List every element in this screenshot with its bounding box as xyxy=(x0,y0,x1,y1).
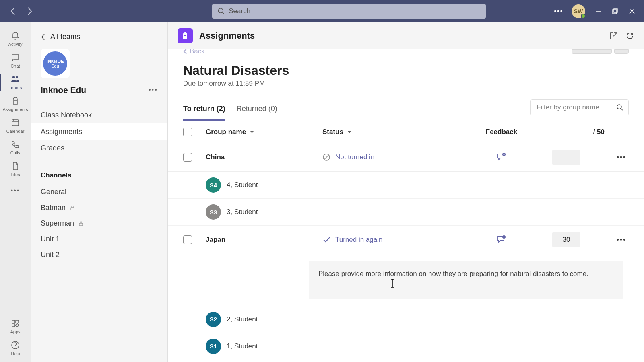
student-row[interactable]: S22, Student xyxy=(168,306,644,333)
row-checkbox[interactable] xyxy=(183,153,192,162)
feedback-button[interactable]: + xyxy=(463,235,540,244)
rail-calendar[interactable]: Calendar xyxy=(0,115,31,136)
minimize-button[interactable] xyxy=(594,7,602,15)
chat-icon xyxy=(10,52,21,63)
rail-apps[interactable]: Apps xyxy=(0,315,31,337)
all-teams-label: All teams xyxy=(50,33,80,41)
content-header: Assignments xyxy=(168,22,644,49)
content-area: Assignments Back Na xyxy=(168,22,644,362)
rail-activity[interactable]: Activity xyxy=(0,28,31,49)
filter-input[interactable] xyxy=(531,100,611,115)
app-rail: Activity Chat Teams Assignments Calendar… xyxy=(0,22,31,362)
student-row[interactable]: S33, Student xyxy=(168,199,644,226)
student-name: 4, Student xyxy=(227,181,258,189)
bell-icon xyxy=(10,31,21,41)
feedback-textarea[interactable]: Please provide more information on how t… xyxy=(309,261,623,299)
svg-point-20 xyxy=(617,105,621,109)
refresh-button[interactable] xyxy=(625,31,634,40)
channel-superman[interactable]: Superman xyxy=(31,216,167,231)
svg-rect-15 xyxy=(12,324,15,327)
team-logo[interactable]: INKИOE Edu xyxy=(41,49,70,78)
feedback-button[interactable]: + xyxy=(463,153,540,162)
apps-icon xyxy=(10,318,21,329)
chevron-left-icon xyxy=(183,49,187,54)
svg-rect-17 xyxy=(71,208,74,210)
team-sidebar: All teams INKИOE Edu Inknoe Edu ••• Clas… xyxy=(31,22,168,362)
search-box[interactable] xyxy=(212,4,486,19)
nav-forward-button[interactable] xyxy=(25,6,35,16)
svg-point-8 xyxy=(16,76,18,78)
svg-rect-9 xyxy=(12,120,19,126)
phone-icon xyxy=(10,139,21,150)
assignment-title: Natural Disasters xyxy=(183,63,629,78)
group-row[interactable]: ChinaNot turned in+••• xyxy=(168,143,644,172)
tab-to-return[interactable]: To return (2) xyxy=(183,98,225,121)
student-avatar: S4 xyxy=(206,177,221,193)
channels-header: Channels xyxy=(31,168,167,183)
help-icon xyxy=(10,340,21,350)
points-input[interactable]: 30 xyxy=(552,232,580,247)
row-checkbox[interactable] xyxy=(183,235,192,244)
student-row[interactable]: S44, Student xyxy=(168,172,644,199)
svg-line-1 xyxy=(223,12,225,14)
assignments-app-icon xyxy=(178,28,193,43)
channel-batman[interactable]: Batman xyxy=(31,200,167,216)
tab-returned[interactable]: Returned (0) xyxy=(237,98,277,121)
student-name: 1, Student xyxy=(227,342,258,350)
rail-assignments[interactable]: Assignments xyxy=(0,93,31,115)
group-name: Japan xyxy=(206,236,225,244)
row-more-button[interactable]: ••• xyxy=(617,236,629,244)
rail-help[interactable]: Help xyxy=(0,337,31,359)
table-header: Group name Status Feedback / 50 xyxy=(168,121,644,143)
rail-files[interactable]: Files xyxy=(0,158,31,180)
student-row[interactable]: S11, Student xyxy=(168,333,644,360)
menu-assignments[interactable]: Assignments xyxy=(31,123,167,140)
team-more-button[interactable]: ••• xyxy=(149,86,158,94)
status-text: Not turned in xyxy=(335,153,374,161)
status-icon xyxy=(322,153,330,161)
points-input[interactable] xyxy=(552,150,580,165)
row-more-button[interactable]: ••• xyxy=(617,153,629,161)
user-avatar[interactable]: SW xyxy=(572,4,585,18)
backpack-icon xyxy=(10,96,21,106)
svg-line-23 xyxy=(324,155,329,160)
channel-unit2[interactable]: Unit 2 xyxy=(31,247,167,263)
rail-calls[interactable]: Calls xyxy=(0,136,31,158)
feedback-text-row: Please provide more information on how t… xyxy=(168,254,644,306)
column-feedback: Feedback xyxy=(463,128,540,136)
teams-icon xyxy=(10,74,21,84)
maximize-button[interactable] xyxy=(611,7,619,15)
menu-class-notebook[interactable]: Class Notebook xyxy=(31,107,167,123)
search-input[interactable] xyxy=(229,7,480,15)
rail-teams[interactable]: Teams xyxy=(0,71,31,93)
divider xyxy=(41,162,158,162)
svg-text:+: + xyxy=(503,153,505,156)
svg-rect-19 xyxy=(184,35,186,36)
group-row[interactable]: JapanTurned in again+30••• xyxy=(168,226,644,254)
menu-grades[interactable]: Grades xyxy=(31,140,167,156)
svg-rect-18 xyxy=(79,223,83,226)
popout-button[interactable] xyxy=(609,31,618,40)
rail-more[interactable]: ••• xyxy=(0,180,31,202)
rail-chat[interactable]: Chat xyxy=(0,49,31,71)
return-button-stub[interactable] xyxy=(572,49,629,54)
svg-point-0 xyxy=(218,8,223,13)
student-name: 3, Student xyxy=(227,208,258,216)
close-button[interactable] xyxy=(628,7,636,15)
team-name: Inknoe Edu xyxy=(41,85,86,95)
channel-unit1[interactable]: Unit 1 xyxy=(31,231,167,247)
svg-point-7 xyxy=(12,76,15,78)
status-cell: Turned in again xyxy=(322,236,383,244)
lock-icon xyxy=(70,205,75,211)
column-group-name[interactable]: Group name xyxy=(206,128,322,136)
group-name: China xyxy=(206,153,225,161)
channel-general[interactable]: General xyxy=(31,184,167,200)
select-all-checkbox[interactable] xyxy=(183,128,192,136)
back-link[interactable]: Back xyxy=(183,49,205,54)
filter-search-button[interactable] xyxy=(611,101,628,114)
column-status[interactable]: Status xyxy=(322,128,463,136)
all-teams-link[interactable]: All teams xyxy=(31,29,167,44)
search-icon xyxy=(616,104,623,111)
more-options-button[interactable]: ••• xyxy=(555,7,563,15)
nav-back-button[interactable] xyxy=(8,6,18,16)
